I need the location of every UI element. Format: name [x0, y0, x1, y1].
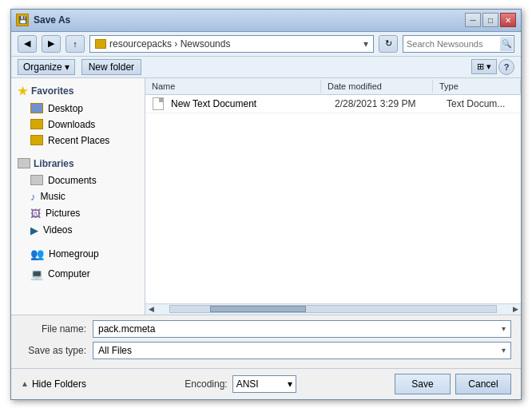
file-list-body: New Text Document 2/28/2021 3:29 PM Text…: [145, 95, 521, 303]
action-buttons: Save Cancel: [395, 374, 511, 394]
savetype-value: All Files: [98, 345, 132, 356]
libraries-label: Libraries: [34, 158, 74, 169]
save-button[interactable]: Save: [395, 374, 451, 394]
recent-folder-icon: [30, 135, 43, 145]
encoding-label: Encoding:: [185, 378, 227, 390]
hide-folders-button[interactable]: ▲ Hide Folders: [21, 378, 86, 390]
filename-row: File name: pack.mcmeta ▾: [21, 320, 511, 338]
col-header-name[interactable]: Name: [145, 80, 321, 93]
pictures-icon: 🖼: [30, 208, 41, 220]
minimize-button[interactable]: ─: [465, 13, 481, 27]
save-as-dialog: 💾 Save As ─ □ ✕ ◀ ▶ ↑ resourcepacks › Ne…: [10, 9, 522, 400]
breadcrumb-folder-icon: [95, 39, 106, 49]
file-icon: [152, 97, 165, 110]
refresh-button[interactable]: ↻: [379, 35, 398, 53]
close-button[interactable]: ✕: [500, 13, 516, 27]
view-options: ⊞ ▾ ?: [471, 59, 514, 75]
file-list-header: Name Date modified Type: [145, 78, 521, 95]
col-header-date[interactable]: Date modified: [321, 80, 433, 93]
h-scrollbar-track: [169, 305, 497, 313]
back-button[interactable]: ◀: [18, 35, 37, 53]
search-button[interactable]: 🔍: [500, 37, 513, 51]
main-content: ★ Favorites Desktop Downloads Recent Pla…: [11, 78, 521, 315]
computer-icon: 💻: [30, 268, 43, 280]
savetype-row: Save as type: All Files ▾: [21, 342, 511, 359]
scroll-right-button[interactable]: ▶: [510, 305, 521, 313]
maximize-button[interactable]: □: [482, 13, 498, 27]
libraries-icon: [18, 158, 30, 168]
cancel-label: Cancel: [468, 378, 498, 390]
dialog-title: Save As: [34, 14, 70, 26]
encoding-select[interactable]: ANSI ▾: [232, 375, 296, 393]
forward-button[interactable]: ▶: [42, 35, 61, 53]
homegroup-icon: 👥: [30, 248, 44, 260]
libraries-section: Libraries: [11, 155, 145, 172]
encoding-value: ANSI: [236, 378, 259, 390]
sidebar-item-music[interactable]: ♪ Music: [11, 188, 145, 205]
breadcrumb-bar[interactable]: resourcepacks › Newsounds ▾: [89, 35, 374, 53]
dialog-icon: 💾: [16, 14, 29, 26]
sidebar-item-computer[interactable]: 💻 Computer: [11, 266, 145, 283]
view-button[interactable]: ⊞ ▾: [471, 59, 497, 74]
col-header-type[interactable]: Type: [433, 80, 521, 93]
sidebar-item-homegroup[interactable]: 👥 Homegroup: [11, 245, 145, 263]
document-icon: [153, 97, 164, 110]
favorites-label: Favorites: [31, 85, 73, 97]
help-button[interactable]: ?: [498, 59, 514, 75]
title-bar-left: 💾 Save As: [16, 14, 70, 26]
sidebar-item-videos[interactable]: ▶ Videos: [11, 222, 145, 239]
filename-dropdown-arrow: ▾: [502, 324, 506, 333]
sidebar-item-documents[interactable]: Documents: [11, 172, 145, 188]
sidebar-label-downloads: Downloads: [48, 119, 95, 130]
filename-label: File name:: [21, 323, 93, 335]
file-date: 2/28/2021 3:29 PM: [335, 98, 447, 109]
expand-icon: ▲: [21, 379, 29, 388]
encoding-dropdown-arrow: ▾: [288, 378, 292, 390]
title-bar: 💾 Save As ─ □ ✕: [11, 10, 521, 32]
documents-icon: [30, 175, 43, 185]
favorites-section: ★ Favorites: [11, 81, 145, 101]
savetype-label: Save as type:: [21, 345, 93, 356]
sidebar-label-pictures: Pictures: [46, 208, 80, 219]
bottom-fields: File name: pack.mcmeta ▾ Save as type: A…: [11, 315, 521, 368]
sidebar-item-downloads[interactable]: Downloads: [11, 117, 145, 133]
nav-toolbar: ◀ ▶ ↑ resourcepacks › Newsounds ▾ ↻ 🔍: [11, 32, 521, 57]
search-wrap: 🔍: [403, 35, 514, 53]
savetype-select[interactable]: All Files ▾: [93, 342, 511, 359]
scroll-left-button[interactable]: ◀: [145, 305, 157, 313]
organize-arrow: ▾: [65, 61, 69, 73]
new-folder-button[interactable]: New folder: [81, 59, 141, 75]
desktop-folder-icon: [30, 103, 43, 113]
downloads-folder-icon: [30, 119, 43, 129]
savetype-dropdown-arrow: ▾: [502, 346, 506, 355]
save-label: Save: [411, 378, 433, 390]
cancel-button[interactable]: Cancel: [455, 374, 511, 394]
sidebar-item-pictures[interactable]: 🖼 Pictures: [11, 205, 145, 222]
music-icon: ♪: [30, 191, 36, 203]
sidebar-label-music: Music: [41, 191, 66, 202]
search-input[interactable]: [403, 35, 514, 53]
organize-label: Organize: [23, 61, 62, 73]
star-icon: ★: [18, 85, 28, 97]
homegroup-label: Homegroup: [49, 248, 99, 259]
filename-input[interactable]: pack.mcmeta ▾: [93, 320, 511, 338]
action-bar: Organize ▾ New folder ⊞ ▾ ?: [11, 57, 521, 78]
file-list-area: Name Date modified Type New Text Documen…: [145, 78, 521, 315]
sidebar-label-recent: Recent Places: [48, 135, 109, 146]
filename-value: pack.mcmeta: [98, 323, 155, 335]
up-button[interactable]: ↑: [66, 35, 85, 53]
sidebar-item-recent-places[interactable]: Recent Places: [11, 133, 145, 149]
sidebar-item-desktop[interactable]: Desktop: [11, 101, 145, 117]
organize-button[interactable]: Organize ▾: [18, 59, 75, 75]
breadcrumb-path: resourcepacks › Newsounds: [109, 38, 230, 50]
sidebar-label-desktop: Desktop: [48, 103, 83, 114]
bottom-bar: ▲ Hide Folders Encoding: ANSI ▾ Save Can…: [11, 368, 521, 399]
h-scrollbar-thumb[interactable]: [210, 306, 306, 312]
computer-label: Computer: [48, 268, 90, 279]
breadcrumb-dropdown[interactable]: ▾: [363, 38, 368, 50]
videos-icon: ▶: [30, 224, 38, 236]
sidebar: ★ Favorites Desktop Downloads Recent Pla…: [11, 78, 145, 315]
table-row[interactable]: New Text Document 2/28/2021 3:29 PM Text…: [145, 95, 521, 113]
h-scrollbar-area: ◀ ▶: [145, 303, 521, 315]
sidebar-label-documents: Documents: [48, 175, 97, 186]
